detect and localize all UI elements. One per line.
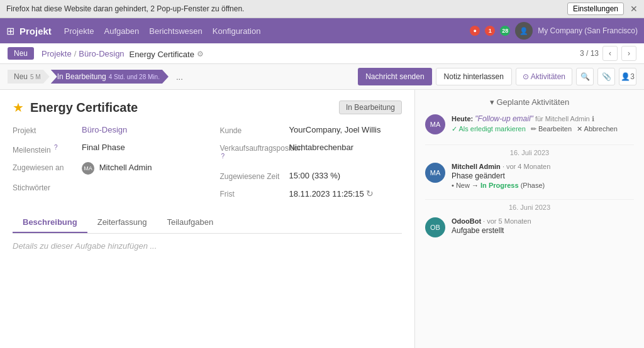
field-kunde: Kunde YourCompany, Joel Willis [220, 125, 402, 135]
left-panel: ★ Energy Certificate In Bearbeitung Proj… [0, 90, 415, 348]
firefox-popup-text: Firefox hat diese Website daran gehinder… [6, 4, 567, 13]
status-badge[interactable]: In Bearbeitung [339, 101, 402, 114]
activity-content-3: OdooBot · vor 5 Monaten Aufgabe erstellt [452, 217, 634, 237]
search-button[interactable]: 🔍 [576, 68, 594, 85]
tab-placeholder: Details zu dieser Aufgabe hinzufügen ... [13, 241, 157, 251]
edit-activity-button[interactable]: ✏ Bearbeiten [531, 125, 572, 133]
field-kunde-label: Kunde [220, 125, 289, 135]
nav-item-aufgaben[interactable]: Aufgaben [104, 26, 140, 36]
field-stichwörter: Stichwörter [13, 182, 195, 192]
activity-item-3: OB OdooBot · vor 5 Monaten Aufgabe erste… [425, 217, 634, 237]
breadcrumb-current: Energy Certificate [130, 50, 194, 59]
stage-neu-label: Neu [14, 72, 28, 81]
field-projekt-value[interactable]: Büro-Design [82, 125, 195, 134]
activity-2-name: Mitchell Admin [452, 163, 501, 170]
user-avatar[interactable]: 👤 [515, 22, 533, 40]
field-zeit: Zugewiesene Zeit 15:00 (333 %) [220, 171, 402, 181]
info-icon-1[interactable]: ℹ [592, 115, 594, 122]
star-icon[interactable]: ★ [13, 100, 24, 115]
field-kunde-value: YourCompany, Joel Willis [289, 125, 402, 134]
new-button[interactable]: Neu [8, 47, 34, 60]
firefox-close-icon[interactable]: ✕ [630, 4, 638, 14]
phase-to: In Progress [480, 182, 519, 189]
tab-beschreibung[interactable]: Beschreibung [13, 212, 87, 233]
field-frist-value[interactable]: 18.11.2023 11:25:15 ↻ [289, 188, 402, 198]
activity-content-1: Heute: "Follow-up email" für Mitchell Ad… [452, 114, 634, 134]
fields-right: Kunde YourCompany, Joel Willis Verkaufsa… [220, 125, 402, 206]
activity-button[interactable]: ⊙ Aktivitäten [516, 68, 572, 85]
nav-item-projekte[interactable]: Projekte [64, 26, 94, 36]
verkauf-help[interactable]: ? [221, 153, 225, 160]
right-panel: Geplante Aktivitäten MA Heute: "Follow-u… [415, 90, 644, 348]
breadcrumb-bar: Neu Projekte / Büro-Design Energy Certif… [0, 43, 644, 64]
breadcrumb-buero-design[interactable]: Büro-Design [79, 49, 124, 58]
followers-button[interactable]: 👤 3 [619, 68, 636, 85]
phase-arrow: → [472, 182, 480, 189]
nav-item-berichtswesen[interactable]: Berichtswesen [149, 26, 203, 36]
activity-meta-3: OdooBot · vor 5 Monaten [452, 217, 634, 225]
prev-button[interactable]: ‹ [602, 46, 618, 61]
mark-done-button[interactable]: ✓ Als erledigt markieren [452, 125, 526, 133]
breadcrumb-projekte[interactable]: Projekte [42, 49, 72, 58]
meilenstein-help[interactable]: ? [54, 144, 58, 151]
field-zeit-label: Zugewiesene Zeit [220, 171, 289, 181]
stage-neu[interactable]: Neu 5 M [8, 70, 50, 84]
date-separator-1: 16. Juli 2023 [425, 144, 634, 156]
cancel-activity-button[interactable]: ✕ Abbrechen [577, 125, 618, 133]
firefox-settings-button[interactable]: Einstellungen [567, 3, 624, 15]
activity-3-time: · vor 5 Monaten [483, 217, 531, 225]
field-meilenstein-value: Final Phase [82, 143, 195, 152]
nav-item-konfiguration[interactable]: Konfiguration [213, 26, 261, 36]
attachment-button[interactable]: 📎 [597, 68, 615, 85]
field-verkauf-label: Verkaufsauftragsposition ? [220, 143, 289, 163]
activity-avatar-2: MA [425, 163, 445, 183]
followers-count: 3 [630, 72, 635, 81]
field-meilenstein: Meilenstein ? Final Phase [13, 143, 195, 155]
field-zugewiesen: Zugewiesen an MA Mitchell Admin [13, 162, 195, 175]
activity-meta-1: Heute: "Follow-up email" für Mitchell Ad… [452, 114, 634, 123]
activity-today-label: Heute: [452, 115, 473, 122]
assigned-name: Mitchell Admin [99, 163, 152, 172]
activity-badge[interactable]: 28 [500, 26, 510, 36]
activity-avatar-3: OB [425, 217, 445, 237]
field-verkauf-value: Nichtabrechenbar [289, 143, 402, 152]
main-area: ★ Energy Certificate In Bearbeitung Proj… [0, 90, 644, 348]
note-button[interactable]: Notiz hinterlassen [436, 68, 512, 85]
refresh-icon[interactable]: ↻ [366, 188, 374, 198]
task-header: ★ Energy Certificate In Bearbeitung [13, 100, 402, 115]
gear-icon[interactable]: ⚙ [197, 50, 204, 58]
mail-badge[interactable]: 1 [485, 26, 495, 36]
send-message-button[interactable]: Nachricht senden [358, 68, 431, 85]
pagination-text: 3 / 13 [580, 49, 599, 58]
stage-in-bearbeitung[interactable]: In Bearbeitung 4 Std. und 28 Min. [51, 70, 169, 84]
nav-brand[interactable]: Projekt [19, 26, 52, 36]
activity-3-text: Aufgabe erstellt [452, 226, 634, 235]
activity-content-2: Mitchell Admin · vor 4 Monaten Phase geä… [452, 163, 634, 189]
tab-content: Details zu dieser Aufgabe hinzufügen ... [13, 234, 402, 258]
stage-in-bearbeitung-label: In Bearbeitung [57, 72, 106, 81]
tab-zeiterfassung[interactable]: Zeiterfassung [87, 212, 157, 233]
stage-more-button[interactable]: ... [172, 71, 187, 83]
stage-bar: Neu 5 M In Bearbeitung 4 Std. und 28 Min… [0, 64, 644, 90]
action-buttons: Nachricht senden Notiz hinterlassen ⊙ Ak… [358, 68, 636, 85]
assigned-avatar: MA [82, 162, 94, 175]
field-zugewiesen-label: Zugewiesen an [13, 162, 82, 172]
activity-avatar-1: MA [425, 114, 445, 134]
fields-left: Projekt Büro-Design Meilenstein ? Final … [13, 125, 195, 206]
grid-icon[interactable]: ⊞ [6, 25, 14, 37]
activity-highlight-1: "Follow-up email" [475, 114, 533, 123]
activity-2-text: Phase geändert [452, 171, 634, 180]
user-label: My Company (San Francisco) [538, 26, 638, 35]
stage-in-bearbeitung-badge: 4 Std. und 28 Min. [109, 73, 160, 80]
field-meilenstein-label: Meilenstein ? [13, 143, 82, 155]
activity-2-phase: • New → In Progress (Phase) [452, 182, 634, 189]
activity-suffix-1: für Mitchell Admin [535, 115, 590, 122]
firefox-bar: Firefox hat diese Website daran gehinder… [0, 0, 644, 18]
tab-teilaufgaben[interactable]: Teilaufgaben [157, 212, 223, 233]
field-zugewiesen-value[interactable]: MA Mitchell Admin [82, 162, 195, 175]
followers-icon: 👤 [621, 72, 630, 81]
red-badge[interactable]: ● [470, 26, 480, 36]
next-button[interactable]: › [621, 46, 636, 61]
planned-activities-header: Geplante Aktivitäten [425, 97, 634, 107]
activity-2-time: · vor 4 Monaten [502, 163, 550, 170]
